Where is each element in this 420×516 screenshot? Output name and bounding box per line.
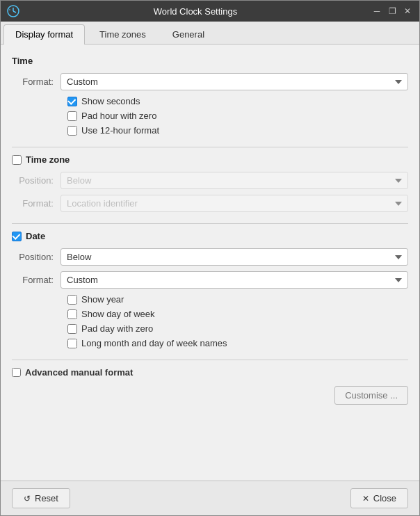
timezone-position-row: Position: Below Above (12, 172, 408, 189)
timezone-format-row: Format: Location identifier UTC offset (12, 195, 408, 212)
long-names-row: Long month and day of week names (12, 338, 408, 348)
pad-hour-label[interactable]: Pad hour with zero (81, 111, 156, 121)
tab-general[interactable]: General (161, 24, 216, 44)
show-day-of-week-row: Show day of week (12, 309, 408, 319)
show-year-label[interactable]: Show year (81, 294, 124, 305)
date-section-title: Date (12, 231, 408, 241)
time-section-title: Time (12, 56, 408, 66)
date-enable-checkbox[interactable] (12, 232, 22, 241)
long-names-label[interactable]: Long month and day of week names (81, 338, 227, 348)
reset-icon: ↺ (24, 494, 31, 503)
divider-3 (12, 360, 408, 360)
date-format-row: Format: Custom Short Long (12, 271, 408, 289)
svg-line-2 (13, 11, 16, 13)
tab-time-zones[interactable]: Time zones (88, 24, 158, 44)
show-year-row: Show year (12, 294, 408, 305)
timezone-position-label: Position: (12, 175, 60, 186)
reset-label: Reset (35, 493, 58, 503)
show-seconds-label[interactable]: Show seconds (81, 96, 140, 106)
pad-day-label[interactable]: Pad day with zero (81, 323, 153, 334)
date-position-label: Position: (12, 252, 60, 262)
divider-1 (12, 147, 408, 147)
use-12hour-row: Use 12-hour format (12, 125, 408, 136)
tab-bar: Display format Time zones General (1, 22, 419, 45)
show-day-of-week-label[interactable]: Show day of week (81, 309, 155, 319)
time-format-row: Format: Custom 12-hour 24-hour (12, 73, 408, 90)
date-position-row: Position: Below Above (12, 248, 408, 266)
show-seconds-checkbox[interactable] (67, 97, 77, 106)
title-bar: World Clock Settings ─ ❐ ✕ (1, 1, 419, 22)
close-button[interactable]: ✕ Close (350, 488, 408, 508)
date-position-select[interactable]: Below Above (60, 248, 408, 266)
divider-2 (12, 223, 408, 224)
time-format-select[interactable]: Custom 12-hour 24-hour (60, 73, 408, 90)
main-window: World Clock Settings ─ ❐ ✕ Display forma… (0, 0, 420, 516)
advanced-label[interactable]: Advanced manual format (25, 367, 133, 378)
content-area: Time Format: Custom 12-hour 24-hour Show… (1, 45, 419, 481)
show-seconds-row: Show seconds (12, 96, 408, 106)
long-names-checkbox[interactable] (67, 339, 77, 348)
timezone-section: Time zone Position: Below Above Format: … (12, 154, 408, 212)
date-section: Date Position: Below Above Format: Custo… (12, 231, 408, 348)
use-12hour-label[interactable]: Use 12-hour format (81, 125, 159, 136)
time-section: Time Format: Custom 12-hour 24-hour Show… (12, 56, 408, 136)
footer: ↺ Reset ✕ Close (1, 481, 419, 515)
time-format-label: Format: (12, 76, 60, 87)
restore-button[interactable]: ❐ (386, 5, 398, 17)
window-controls: ─ ❐ ✕ (371, 5, 414, 17)
app-icon (6, 4, 20, 18)
show-day-of-week-checkbox[interactable] (67, 309, 77, 319)
timezone-section-title: Time zone (12, 154, 408, 165)
pad-day-checkbox[interactable] (67, 324, 77, 334)
close-window-button[interactable]: ✕ (401, 5, 414, 17)
timezone-position-select[interactable]: Below Above (60, 172, 408, 189)
timezone-format-label: Format: (12, 198, 60, 209)
pad-day-row: Pad day with zero (12, 323, 408, 334)
close-icon: ✕ (362, 494, 369, 503)
tab-display-format[interactable]: Display format (3, 24, 85, 45)
minimize-button[interactable]: ─ (371, 5, 383, 17)
reset-button[interactable]: ↺ Reset (12, 488, 70, 508)
pad-hour-row: Pad hour with zero (12, 111, 408, 121)
window-title: World Clock Settings (20, 6, 371, 17)
timezone-format-select[interactable]: Location identifier UTC offset (60, 195, 408, 212)
advanced-checkbox[interactable] (12, 368, 21, 377)
customise-button[interactable]: Customise ... (334, 386, 408, 405)
use-12hour-checkbox[interactable] (67, 126, 77, 136)
pad-hour-checkbox[interactable] (67, 111, 77, 121)
show-year-checkbox[interactable] (67, 295, 77, 305)
customise-row: Customise ... (12, 386, 408, 405)
date-format-select[interactable]: Custom Short Long (60, 271, 408, 289)
advanced-section: Advanced manual format (12, 367, 408, 378)
timezone-enable-checkbox[interactable] (12, 155, 22, 165)
date-format-label: Format: (12, 275, 60, 285)
close-label: Close (373, 493, 396, 503)
